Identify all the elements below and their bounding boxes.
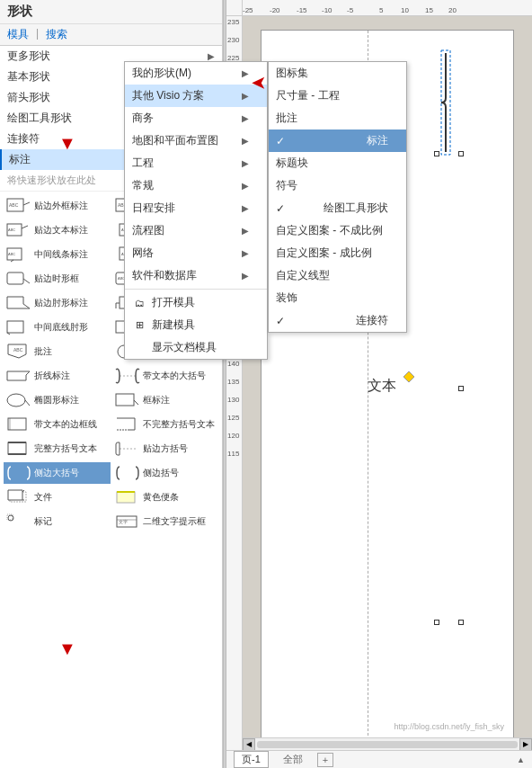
svg-rect-38 [8,418,26,430]
menu-item-software[interactable]: 软件和数据库 ▶ [125,264,267,287]
watermark: http://blog.csdn.net/ly_fish_sky [394,722,504,731]
shape-row: 文件 黄色便条 [4,487,218,508]
svg-line-7 [22,226,28,228]
menu-item-custom2[interactable]: 自定义图案 - 成比例 [269,242,406,264]
selection-handle[interactable] [434,620,439,625]
submenu-arrow-icon: ▶ [242,158,249,168]
list-item[interactable]: 折线标注 [4,365,111,387]
menu-item-annotation[interactable]: 批注 [269,107,406,129]
menu-item-decoration[interactable]: 装饰 [269,287,406,309]
submenu-arrow-icon: ▶ [242,113,249,123]
menu-item-open-mold[interactable]: 🗂 打开模具 [125,291,267,314]
shape-icon [6,464,31,482]
list-item[interactable]: 文字 二维文字提示框 [112,511,219,532]
canvas-diamond [403,371,414,382]
list-item[interactable]: 贴边肘形标注 [4,292,111,314]
list-item[interactable]: 不完整方括号文本 [112,414,219,435]
menu-item-title-block[interactable]: 标题块 [269,152,406,174]
menu-item-map[interactable]: 地图和平面布置图 ▶ [125,129,267,152]
arrow-right-icon: ▶ [208,51,215,61]
all-tab[interactable]: 全部 [276,752,310,767]
selection-handle[interactable] [458,151,464,156]
list-item[interactable]: 贴边方括号 [112,438,219,460]
menu-item-general[interactable]: 常规 ▶ [125,174,267,197]
svg-text:ABC: ABC [13,347,23,353]
menu-item-business[interactable]: 商务 ▶ [125,107,267,129]
list-item[interactable]: 标记 [4,511,111,532]
list-item[interactable]: ABC 贴边文本标注 [4,219,111,241]
list-item[interactable]: ABC 贴边外框标注 [4,195,111,217]
list-item[interactable]: 侧边大括号 [4,462,111,484]
svg-rect-44 [117,492,135,503]
menu-item-my-shapes[interactable]: 我的形状(M) ▶ [125,62,267,85]
add-page-btn[interactable]: + [317,753,333,767]
shape-icon [6,488,31,506]
submenu-arrow-icon: ▶ [242,181,249,191]
check-icon: ✓ [276,202,285,215]
menu-item-new-mold[interactable]: ⊞ 新建模具 [125,314,267,336]
list-item[interactable]: 完整方括号文本 [4,438,111,460]
tab-search[interactable]: 搜索 [46,27,67,42]
canvas-text-label: 文本 [368,376,396,395]
list-item[interactable]: ABC 批注 [4,341,111,362]
list-item[interactable]: 带文本的大括号 [112,365,219,387]
shape-icon: ABC [6,197,31,215]
submenu-arrow-icon: ▶ [242,136,249,146]
menu-level2: 图标集 尺寸量 - 工程 批注 ✓ 标注 标题块 符号 ✓ 绘图工具形状 [268,61,407,333]
shape-row: 完整方括号文本 贴边方括号 [4,438,218,460]
shape-icon [6,513,31,531]
list-item[interactable]: 文件 [4,487,111,508]
page-tab[interactable]: 页-1 [234,751,269,768]
shape-icon [115,440,140,458]
scroll-thumb[interactable] [257,741,518,748]
list-item[interactable]: 贴边时形框 [4,268,111,290]
menu-item-connector[interactable]: ✓ 连接符 [269,309,406,332]
menu-item-custom-line[interactable]: 自定义线型 [269,264,406,287]
svg-text:ABC: ABC [8,252,15,256]
shape-row: 标记 文字 二维文字提示框 [4,511,218,532]
list-item[interactable]: 椭圆形标注 [4,389,111,411]
svg-line-37 [134,400,138,405]
list-item[interactable]: 带文本的边框线 [4,414,111,435]
shape-row: 椭圆形标注 框标注 [4,389,218,411]
shape-icon: 文字 [115,513,140,531]
menu-item-show-mold[interactable]: 显示文档模具 [125,336,267,359]
scroll-left-btn[interactable]: ◀ [243,738,255,751]
menu-item-schedule[interactable]: 日程安排 ▶ [125,197,267,219]
list-item[interactable]: 侧边括号 [112,462,219,484]
menu-separator [125,289,267,290]
h-scrollbar[interactable]: ◀ ▶ [243,737,532,750]
list-item[interactable]: ABC 中间线条标注 [4,244,111,265]
list-item[interactable]: 框标注 [112,389,219,411]
shape-row: 折线标注 带文本的大括号 [4,365,218,387]
tab-mold[interactable]: 模具 [7,27,29,42]
menu-item-network[interactable]: 网络 ▶ [125,242,267,264]
menu-item-callout[interactable]: ✓ 标注 [269,129,406,152]
shape-icon [115,415,140,433]
scroll-right-btn[interactable]: ▶ [519,738,532,751]
menu-item-dimension[interactable]: 尺寸量 - 工程 [269,85,406,107]
dropdown-container: 我的形状(M) ▶ 其他 Visio 方案 ▶ 商务 ▶ 地图和平面布置图 ▶ … [124,61,268,360]
list-item[interactable]: 黄色便条 [112,487,219,508]
menu-item-icon-set[interactable]: 图标集 [269,62,406,85]
menu-item-other-visio[interactable]: 其他 Visio 方案 ▶ [125,85,267,107]
menu-item-engineering[interactable]: 工程 ▶ [125,152,267,174]
shape-icon [115,464,140,482]
zoom-area: ▲ [517,755,525,764]
list-item[interactable]: 中间底线肘形 [4,317,111,338]
shape-icon [6,415,31,433]
shape-icon: ABC [6,221,31,239]
menu-item-custom1[interactable]: 自定义图案 - 不成比例 [269,219,406,242]
canvas-shape-brace[interactable] [414,49,459,156]
selection-handle[interactable] [458,620,464,625]
selection-handle[interactable] [458,386,464,391]
selection-handle[interactable] [434,151,439,156]
menu-item-symbol[interactable]: 符号 [269,174,406,197]
shape-icon [115,488,140,506]
svg-rect-36 [116,394,134,406]
menu-item-flowchart[interactable]: 流程图 ▶ [125,219,267,242]
menu-item-draw-tools[interactable]: ✓ 绘图工具形状 [269,197,406,219]
shape-icon [6,367,31,385]
status-bar: 页-1 全部 + ▲ [226,750,532,768]
svg-text:ABC: ABC [9,202,19,208]
